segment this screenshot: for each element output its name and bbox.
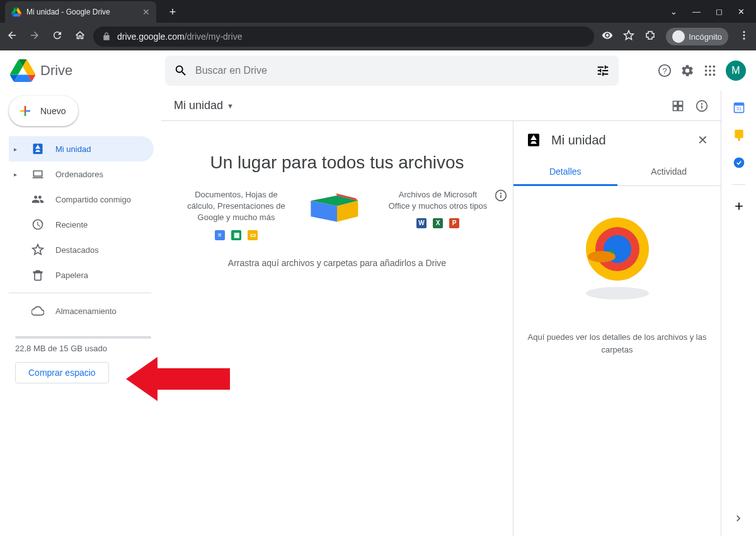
search-options-icon[interactable] [596,64,610,78]
search-input[interactable] [195,65,588,76]
svg-point-21 [586,287,649,300]
search-icon [174,64,188,78]
grid-view-icon[interactable] [672,100,684,112]
tab-close-icon[interactable]: ✕ [142,7,150,17]
help-icon[interactable]: ? [658,64,672,78]
excel-icon: X [433,218,443,228]
buy-storage-button[interactable]: Comprar espacio [15,362,109,383]
incognito-icon [672,30,685,43]
svg-point-2 [743,31,745,33]
browser-tab[interactable]: Mi unidad - Google Drive ✕ [5,1,156,23]
lock-icon [102,32,111,41]
shared-icon [32,193,44,206]
settings-icon[interactable] [680,64,694,78]
tab-details[interactable]: Detalles [513,159,617,186]
svg-rect-30 [735,130,743,138]
drive-icon [526,132,541,148]
svg-point-19 [500,192,502,194]
trash-icon [32,269,44,281]
svg-point-6 [705,66,707,68]
svg-point-11 [713,69,716,72]
svg-point-26 [588,251,616,262]
svg-rect-17 [701,105,702,108]
keep-icon[interactable] [733,129,745,141]
details-empty-text: Aquí puedes ver los detalles de los arch… [526,331,708,356]
add-addon-icon[interactable] [733,200,745,213]
empty-state: Un lugar para todos tus archivos Documen… [161,121,513,536]
new-tab-button[interactable]: + [164,3,181,21]
maximize-icon[interactable]: ◻ [716,7,723,16]
annotation-arrow [126,351,233,407]
account-avatar[interactable]: M [726,61,746,81]
sidebar-item-computers[interactable]: ▸ Ordenadores [9,161,154,187]
back-icon[interactable] [6,30,18,44]
drive-favicon [11,7,21,17]
svg-point-1 [679,36,682,38]
empty-title: Un lugar para todos tus archivos [210,153,464,173]
info-icon[interactable] [696,100,708,112]
expand-rail-icon[interactable] [732,512,745,527]
calendar-icon[interactable]: 31 [733,101,745,114]
svg-point-7 [709,66,711,68]
storage-bar [15,336,151,339]
svg-point-3 [743,35,745,37]
drive-logo-icon [10,58,35,83]
search-box[interactable] [165,55,619,86]
powerpoint-icon: P [449,218,459,228]
dropdown-icon: ▼ [227,102,234,110]
plus-icon [18,103,33,119]
svg-point-0 [676,36,679,38]
forward-icon[interactable] [29,30,40,44]
svg-point-13 [709,74,711,76]
details-illustration [567,205,668,306]
incognito-badge[interactable]: Incógnito [666,28,728,45]
new-button[interactable]: Nuevo [9,96,78,126]
computers-icon [32,168,44,180]
app-name: Drive [40,62,72,79]
details-panel: Mi unidad ✕ Detalles Actividad [513,121,721,536]
svg-rect-20 [500,195,501,198]
svg-text:31: 31 [736,106,741,112]
home-icon[interactable] [74,30,86,44]
svg-text:?: ? [662,66,667,76]
svg-point-9 [705,69,707,72]
svg-rect-28 [734,103,743,105]
slides-icon: ▭ [248,230,258,240]
apps-icon[interactable] [703,64,717,78]
svg-marker-32 [126,357,230,401]
drive-logo[interactable]: Drive [10,58,160,83]
menu-icon[interactable] [738,30,750,44]
svg-point-16 [701,103,703,105]
svg-point-4 [743,38,745,40]
chevron-right-icon: ▸ [14,171,20,178]
star-icon [32,243,44,256]
side-rail: 31 [721,91,756,536]
sidebar-item-my-drive[interactable]: ▸ Mi unidad [9,136,154,161]
sidebar: Nuevo ▸ Mi unidad ▸ Ordenadores ▸ Compar… [0,91,161,536]
chevron-down-icon[interactable]: ⌄ [670,7,677,16]
address-bar[interactable]: drive.google.com/drive/my-drive [93,26,594,47]
svg-point-8 [713,66,716,68]
extensions-icon[interactable] [644,30,656,44]
drive-icon [32,143,44,155]
minimize-icon[interactable]: — [692,7,701,16]
eye-icon[interactable] [602,30,613,44]
reload-icon[interactable] [52,30,63,44]
drive-illustration [306,189,369,233]
sidebar-item-storage[interactable]: ▸ Almacenamiento [9,298,154,323]
tasks-icon[interactable] [733,156,745,169]
docs-icon: ≡ [215,230,225,240]
bookmark-icon[interactable] [623,30,634,44]
sidebar-item-starred[interactable]: ▸ Destacados [9,237,154,262]
sidebar-item-trash[interactable]: ▸ Papelera [9,262,154,288]
sidebar-item-shared[interactable]: ▸ Compartido conmigo [9,187,154,212]
tab-title: Mi unidad - Google Drive [26,8,137,16]
tab-activity[interactable]: Actividad [617,159,721,185]
drag-hint: Arrastra aquí archivos y carpetas para a… [228,258,446,268]
svg-point-12 [705,74,707,76]
close-panel-icon[interactable]: ✕ [697,132,708,148]
info-icon[interactable] [495,189,507,202]
close-window-icon[interactable]: ✕ [738,7,745,16]
sidebar-item-recent[interactable]: ▸ Reciente [9,212,154,237]
breadcrumb[interactable]: Mi unidad ▼ [174,99,234,112]
